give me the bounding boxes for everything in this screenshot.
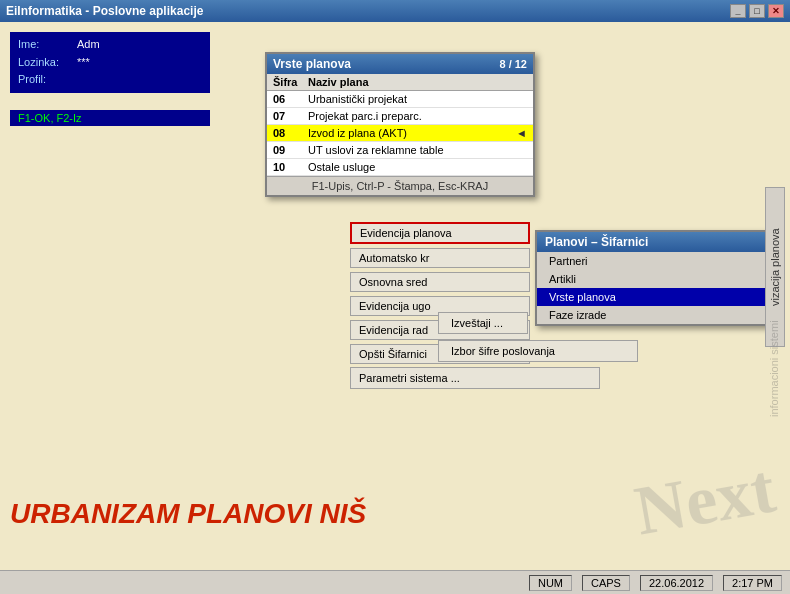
watermark-subtitle: informacioni sistemi	[768, 320, 780, 520]
vrste-naziv: UT uslovi za reklamne table	[308, 144, 513, 156]
app-title: EiInformatika - Poslovne aplikacije	[6, 4, 203, 18]
planovi-title: Planovi – Šifarnici	[537, 232, 773, 252]
parametri-box[interactable]: Parametri sistema ...	[350, 367, 600, 389]
vrste-naziv: Projekat parc.i preparc.	[308, 110, 513, 122]
vrste-sifra: 09	[273, 144, 308, 156]
col-sifra-header: Šifra	[273, 76, 308, 88]
vrste-row[interactable]: 09 UT uslovi za reklamne table	[267, 142, 533, 159]
maximize-button[interactable]: □	[749, 4, 765, 18]
opsti-sifarnici-label: Opšti Šifarnici	[359, 348, 427, 360]
ime-label: Ime:	[18, 36, 73, 54]
fkeys-bar: F1-OK, F2-Iz	[10, 110, 210, 126]
vrste-sifra: 06	[273, 93, 308, 105]
lozinka-value: ***	[77, 54, 90, 72]
evidencija-planova-label: Evidencija planova	[360, 227, 452, 239]
caps-indicator: CAPS	[582, 575, 630, 591]
izvestaji-box[interactable]: Izveštaji ...	[438, 312, 528, 334]
osnovna-label: Osnovna sred	[359, 276, 427, 288]
vrste-row[interactable]: 08 Izvod iz plana (AKT) ◄	[267, 125, 533, 142]
osnovna-box[interactable]: Osnovna sred	[350, 272, 530, 292]
vrste-footer: F1-Upis, Ctrl-P - Štampa, Esc-KRAJ	[267, 176, 533, 195]
vrste-row[interactable]: 06 Urbanistički projekat	[267, 91, 533, 108]
vrste-row[interactable]: 07 Projekat parc.i preparc.	[267, 108, 533, 125]
evidencija-planova-box[interactable]: Evidencija planova	[350, 222, 530, 244]
lozinka-label: Lozinka:	[18, 54, 73, 72]
watermark-logo: Next	[630, 453, 780, 546]
izvestaji-label: Izveštaji ...	[451, 317, 503, 329]
vrste-counter: 8 / 12	[499, 58, 527, 70]
big-title-text: URBANIZAM PLANOVI NIŠ	[10, 498, 366, 529]
main-content: Ime: Adm Lozinka: *** Profil: F1-OK, F2-…	[0, 22, 790, 570]
window-controls[interactable]: _ □ ✕	[730, 4, 784, 18]
vrste-naziv: Ostale usluge	[308, 161, 513, 173]
profil-label: Profil:	[18, 71, 73, 89]
vrste-title-text: Vrste planova	[273, 57, 351, 71]
status-bar: NUM CAPS 22.06.2012 2:17 PM	[0, 570, 790, 594]
ime-value: Adm	[77, 36, 100, 54]
vrste-title-bar: Vrste planova 8 / 12	[267, 54, 533, 74]
planovi-item[interactable]: Faze izrade	[537, 306, 773, 324]
vrste-list: 06 Urbanistički projekat 07 Projekat par…	[267, 91, 533, 176]
vrste-dialog: Vrste planova 8 / 12 Šifra Naziv plana 0…	[265, 52, 535, 197]
vrste-sifra: 07	[273, 110, 308, 122]
vrste-row[interactable]: 10 Ostale usluge	[267, 159, 533, 176]
lozinka-row: Lozinka: ***	[18, 54, 202, 72]
vert-title: vizacija planova	[765, 187, 785, 347]
minimize-button[interactable]: _	[730, 4, 746, 18]
izbor-label: Izbor šifre poslovanja	[451, 345, 555, 357]
vrste-naziv: Izvod iz plana (AKT)	[308, 127, 513, 139]
col-naziv-header: Naziv plana	[308, 76, 527, 88]
date-display: 22.06.2012	[640, 575, 713, 591]
planovi-dropdown: Planovi – Šifarnici PartneriArtikliVrste…	[535, 230, 775, 326]
vert-title-text: vizacija planova	[769, 228, 781, 306]
time-display: 2:17 PM	[723, 575, 782, 591]
planovi-item[interactable]: Vrste planova	[537, 288, 773, 306]
fkeys-text: F1-OK, F2-Iz	[18, 112, 82, 124]
selected-arrow: ◄	[513, 127, 527, 139]
automatsko-label: Automatsko kr	[359, 252, 429, 264]
evidencija-rad-label: Evidencija rad	[359, 324, 428, 336]
parametri-label: Parametri sistema ...	[359, 372, 460, 384]
evidencija-ugo-label: Evidencija ugo	[359, 300, 431, 312]
vrste-naziv: Urbanistički projekat	[308, 93, 513, 105]
vrste-sifra: 10	[273, 161, 308, 173]
planovi-item[interactable]: Partneri	[537, 252, 773, 270]
profil-row: Profil:	[18, 71, 202, 89]
automatsko-box[interactable]: Automatsko kr	[350, 248, 530, 268]
vrste-sifra: 08	[273, 127, 308, 139]
title-bar: EiInformatika - Poslovne aplikacije _ □ …	[0, 0, 790, 22]
ime-row: Ime: Adm	[18, 36, 202, 54]
num-indicator: NUM	[529, 575, 572, 591]
planovi-item[interactable]: Artikli	[537, 270, 773, 288]
vrste-header: Šifra Naziv plana	[267, 74, 533, 91]
izbor-box[interactable]: Izbor šifre poslovanja	[438, 340, 638, 362]
close-button[interactable]: ✕	[768, 4, 784, 18]
big-title: URBANIZAM PLANOVI NIŠ	[10, 498, 366, 530]
info-panel: Ime: Adm Lozinka: *** Profil:	[10, 32, 210, 93]
